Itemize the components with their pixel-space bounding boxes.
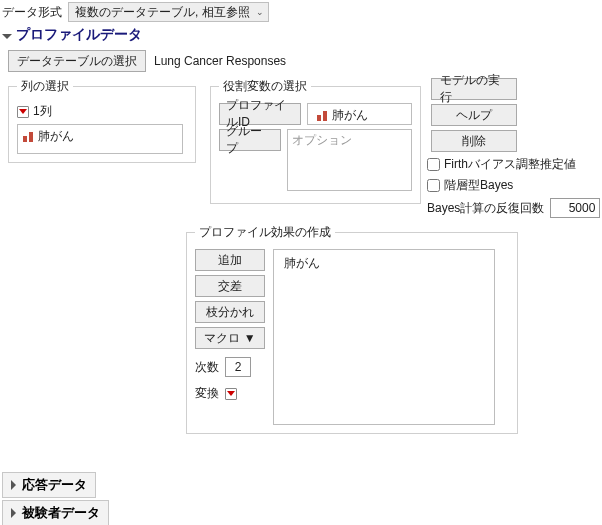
column-list[interactable]: 肺がん (17, 124, 183, 154)
firth-checkbox-row[interactable]: Firthバイアス調整推定値 (427, 156, 602, 173)
disclosure-right-icon (11, 480, 16, 490)
bayes-iter-input[interactable]: 5000 (550, 198, 600, 218)
hier-bayes-checkbox-row[interactable]: 階層型Bayes (427, 177, 602, 194)
profile-effects-list[interactable]: 肺がん (273, 249, 495, 425)
firth-checkbox[interactable] (427, 158, 440, 171)
group-button[interactable]: グループ (219, 129, 281, 151)
columns-fieldset: 列の選択 1列 肺がん (8, 78, 196, 163)
red-triangle-icon[interactable] (17, 106, 29, 118)
column-count-row[interactable]: 1列 (17, 103, 187, 120)
chevron-down-icon: ⌄ (256, 7, 264, 17)
bar-chart-icon (22, 131, 34, 142)
column-list-item[interactable]: 肺がん (18, 127, 182, 146)
group-list[interactable]: オプション (287, 129, 412, 191)
profile-id-value: 肺がん (332, 107, 368, 124)
profile-id-item[interactable]: 肺がん (312, 106, 407, 125)
delete-button[interactable]: 削除 (431, 130, 517, 152)
profile-id-button[interactable]: プロファイルID (219, 103, 301, 125)
pe-cross-button[interactable]: 交差 (195, 275, 265, 297)
disclosure-right-icon (11, 508, 16, 518)
pe-transform-label: 変換 (195, 385, 219, 402)
column-item-label: 肺がん (38, 128, 74, 145)
bayes-iter-label: Bayes計算の反復回数 (427, 200, 544, 217)
help-button[interactable]: ヘルプ (431, 104, 517, 126)
section-header-profile-data[interactable]: プロファイルデータ (0, 24, 602, 46)
section-header-response-data[interactable]: 応答データ (2, 472, 96, 498)
subject-data-title: 被験者データ (22, 504, 100, 522)
profile-effects-item[interactable]: 肺がん (280, 254, 488, 273)
select-data-table-button[interactable]: データテーブルの選択 (8, 50, 146, 72)
columns-fieldset-title: 列の選択 (17, 78, 73, 95)
group-placeholder: オプション (292, 133, 352, 147)
roles-fieldset: 役割変数の選択 プロファイルID 肺がん グループ オプション (210, 78, 421, 204)
hier-bayes-label: 階層型Bayes (444, 177, 513, 194)
profile-id-list[interactable]: 肺がん (307, 103, 412, 125)
disclosure-down-icon (2, 34, 12, 39)
pe-nest-button[interactable]: 枝分かれ (195, 301, 265, 323)
bar-chart-icon (316, 110, 328, 121)
pe-degree-label: 次数 (195, 359, 219, 376)
roles-fieldset-title: 役割変数の選択 (219, 78, 311, 95)
selected-data-table-label: Lung Cancer Responses (154, 54, 286, 68)
pe-macro-button[interactable]: マクロ ▼ (195, 327, 265, 349)
data-format-label: データ形式 (0, 4, 62, 21)
pe-transform-menu[interactable] (225, 388, 237, 400)
pe-degree-input[interactable]: 2 (225, 357, 251, 377)
profile-effects-fieldset: プロファイル効果の作成 追加 交差 枝分かれ マクロ ▼ 次数 2 変換 肺がん (186, 224, 518, 434)
profile-effects-title: プロファイル効果の作成 (195, 224, 335, 241)
profile-data-title: プロファイルデータ (16, 26, 142, 44)
run-model-button[interactable]: モデルの実行 (431, 78, 517, 100)
profile-effects-item-label: 肺がん (284, 255, 320, 272)
hier-bayes-checkbox[interactable] (427, 179, 440, 192)
section-header-subject-data[interactable]: 被験者データ (2, 500, 109, 525)
pe-add-button[interactable]: 追加 (195, 249, 265, 271)
column-count-label: 1列 (33, 103, 52, 120)
data-format-select[interactable]: 複数のデータテーブル, 相互参照 ⌄ (68, 2, 269, 22)
response-data-title: 応答データ (22, 476, 87, 494)
data-format-value: 複数のデータテーブル, 相互参照 (75, 4, 250, 21)
firth-label: Firthバイアス調整推定値 (444, 156, 576, 173)
